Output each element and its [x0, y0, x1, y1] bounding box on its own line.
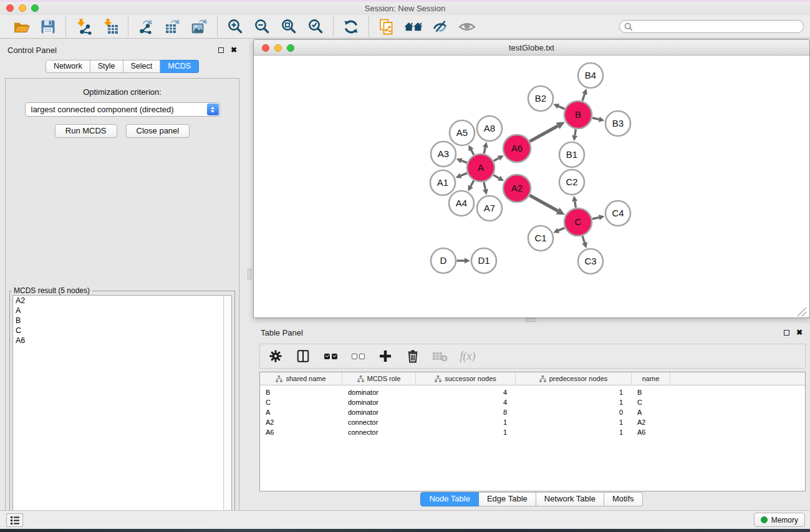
mcds-result-item[interactable]: B	[13, 316, 231, 326]
graph-node-A7[interactable]: A7	[477, 196, 502, 221]
graph-edge-A-A3[interactable]	[456, 158, 467, 163]
graph-node-B4[interactable]: B4	[578, 63, 603, 88]
horizontal-splitter-grip[interactable]	[526, 318, 536, 322]
control-tab-style[interactable]: Style	[90, 60, 123, 73]
export-table-button[interactable]	[163, 17, 182, 36]
zoom-fit-button[interactable]	[279, 17, 298, 36]
control-tab-network[interactable]: Network	[46, 60, 90, 73]
graph-edge-B-B1[interactable]	[572, 129, 577, 141]
create-column-button[interactable]	[375, 346, 396, 366]
graph-node-B3[interactable]: B3	[605, 111, 630, 136]
open-session-button[interactable]	[12, 17, 31, 36]
result-list-scrollbar[interactable]	[223, 296, 231, 532]
table-settings-button[interactable]	[265, 346, 286, 366]
export-network-button[interactable]	[137, 17, 155, 36]
graph-edge-C-C3[interactable]	[582, 236, 587, 248]
delete-column-button[interactable]	[402, 346, 423, 366]
table-row[interactable]: A2connector11A2	[260, 417, 805, 427]
close-table-panel-button[interactable]: ✖	[796, 329, 803, 336]
graph-edge-A-A5[interactable]	[468, 145, 474, 155]
table-row[interactable]: Adominator80A	[260, 407, 805, 417]
graph-node-C3[interactable]: C3	[578, 249, 603, 274]
graph-node-A4[interactable]: A4	[449, 191, 474, 216]
graph-edge-A-A8[interactable]	[483, 142, 488, 153]
graph-node-A8[interactable]: A8	[477, 116, 502, 141]
mcds-result-item[interactable]: A	[13, 306, 231, 316]
resize-grip-icon[interactable]	[798, 307, 806, 316]
graph-edge-C-C1[interactable]	[553, 228, 564, 233]
show-task-history-button[interactable]	[6, 513, 23, 527]
graph-edge-A-A6[interactable]	[494, 155, 504, 161]
float-panel-button[interactable]	[218, 47, 224, 53]
zoom-in-button[interactable]	[226, 17, 244, 36]
first-neighbors-button[interactable]	[404, 17, 423, 36]
search-input[interactable]	[619, 20, 804, 33]
graph-edge-A-A2[interactable]	[493, 175, 504, 181]
graph-edge-A2-C[interactable]	[530, 195, 565, 215]
show-columns-button[interactable]	[292, 346, 314, 366]
graph-edge-C-C2[interactable]	[572, 196, 577, 208]
graph-node-C4[interactable]: C4	[605, 201, 630, 226]
zoom-window-button[interactable]	[31, 4, 39, 12]
table-tab-network-table[interactable]: Network Table	[536, 492, 604, 506]
close-mcds-panel-button[interactable]: Close panel	[126, 124, 190, 138]
graph-node-B2[interactable]: B2	[528, 86, 553, 111]
vertical-splitter-grip[interactable]	[248, 269, 251, 279]
graph-edge-B-B3[interactable]	[592, 117, 605, 122]
graph-node-A6[interactable]: A6	[503, 135, 531, 162]
mcds-result-item[interactable]: A6	[13, 336, 231, 346]
column-header-successor-nodes[interactable]: successor nodes	[416, 372, 516, 385]
table-row[interactable]: Cdominator41C	[260, 397, 805, 407]
graph-node-A1[interactable]: A1	[430, 170, 455, 195]
graph-edge-A-A7[interactable]	[483, 182, 488, 195]
delete-table-button-disabled[interactable]	[430, 346, 451, 366]
deselect-all-rows-button[interactable]	[347, 346, 369, 366]
column-header-name[interactable]: name	[632, 372, 670, 385]
run-mcds-button[interactable]: Run MCDS	[55, 124, 117, 138]
graph-edge-A6-B[interactable]	[530, 122, 565, 142]
save-session-button[interactable]	[39, 17, 57, 36]
table-tab-edge-table[interactable]: Edge Table	[479, 492, 536, 506]
graph-node-A2[interactable]: A2	[503, 175, 531, 202]
column-header-mcds-role[interactable]: MCDS role	[342, 372, 416, 385]
import-network-button[interactable]	[74, 17, 93, 36]
column-header-shared-name[interactable]: shared name	[260, 372, 342, 385]
graph-node-C[interactable]: C	[564, 208, 592, 236]
minimize-window-button[interactable]	[19, 4, 26, 12]
graph-node-C1[interactable]: C1	[528, 226, 553, 251]
graph-node-A[interactable]: A	[467, 154, 494, 181]
graph-node-C2[interactable]: C2	[559, 170, 584, 195]
column-header-predecessor-nodes[interactable]: predecessor nodes	[516, 372, 632, 385]
show-birds-eye-view-button[interactable]	[458, 17, 476, 36]
graph-node-B[interactable]: B	[564, 101, 592, 128]
graph-edge-C-C4[interactable]	[592, 215, 605, 220]
export-image-button[interactable]	[190, 17, 209, 36]
network-canvas[interactable]: ABCA2A6A1A3A4A5A7A8B1B2B3B4C1C2C3C4DD1	[254, 56, 809, 318]
close-window-button[interactable]	[6, 4, 14, 12]
import-table-button[interactable]	[101, 17, 120, 36]
zoom-out-button[interactable]	[253, 17, 271, 36]
graph-edge-A-A1[interactable]	[455, 173, 467, 178]
table-row[interactable]: Bdominator41B	[260, 387, 805, 397]
close-network-window-button[interactable]	[262, 44, 269, 52]
graph-node-D[interactable]: D	[431, 248, 456, 273]
table-tab-motifs[interactable]: Motifs	[604, 492, 643, 506]
table-row[interactable]: A6connector11A6	[260, 427, 805, 437]
graph-node-A3[interactable]: A3	[431, 142, 456, 167]
graph-edge-D-D1[interactable]	[457, 258, 471, 264]
control-tab-select[interactable]: Select	[123, 60, 161, 73]
table-tab-node-table[interactable]: Node Table	[420, 492, 479, 506]
network-from-selection-button[interactable]	[377, 17, 396, 36]
graph-node-B1[interactable]: B1	[559, 142, 584, 167]
memory-button[interactable]: Memory	[754, 513, 805, 527]
graph-edge-B-B2[interactable]	[553, 104, 564, 109]
mcds-result-item[interactable]: A2	[13, 296, 231, 306]
refresh-view-button[interactable]	[342, 17, 360, 36]
mcds-result-item[interactable]: C	[13, 326, 231, 336]
function-builder-button-disabled[interactable]: f(x)	[457, 346, 478, 366]
minimize-network-window-button[interactable]	[274, 44, 282, 52]
graph-node-D1[interactable]: D1	[471, 248, 496, 273]
graph-edge-B-B4[interactable]	[582, 89, 587, 101]
float-table-panel-button[interactable]	[784, 330, 789, 336]
hide-graphics-details-button[interactable]	[431, 17, 450, 36]
